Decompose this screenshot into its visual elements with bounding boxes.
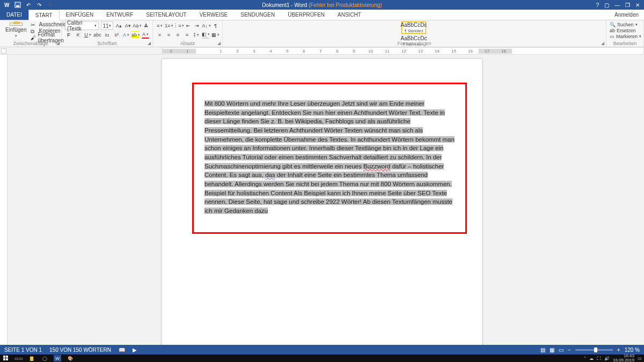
cursor-icon: ▭ xyxy=(610,34,614,39)
tab-start[interactable]: START xyxy=(28,10,60,20)
svg-text:W: W xyxy=(4,2,10,8)
numbering-icon[interactable]: 1≡ xyxy=(165,22,173,29)
qat-customize-icon[interactable] xyxy=(46,1,54,9)
document-area: Mit 800 Wörtern und mehr Ihre Leser über… xyxy=(0,55,644,345)
close-icon[interactable]: ✕ xyxy=(635,2,640,8)
maximize-icon[interactable]: ❐ xyxy=(625,2,630,8)
save-icon[interactable] xyxy=(14,1,21,9)
borders-icon[interactable]: ▦ xyxy=(211,31,219,39)
zoom-in-button[interactable]: + xyxy=(617,347,620,353)
text-effects-icon[interactable]: A xyxy=(122,31,130,39)
minimize-icon[interactable]: — xyxy=(614,2,620,8)
highlight-icon[interactable]: ab xyxy=(132,31,140,39)
ribbon-collapse-icon[interactable]: ▢ xyxy=(604,2,609,8)
read-mode-icon[interactable]: ▤ xyxy=(540,347,545,353)
font-dialog-launcher[interactable]: ◢ xyxy=(148,41,151,46)
bold-button[interactable]: F xyxy=(65,31,72,39)
align-center-icon[interactable]: ≡ xyxy=(165,31,172,39)
tab-references[interactable]: VERWEISE xyxy=(193,10,235,20)
word-icon: W xyxy=(3,1,11,9)
subscript-button[interactable]: x₂ xyxy=(104,31,111,39)
underline-button[interactable]: U xyxy=(84,31,92,39)
volume-icon[interactable]: 🔊 xyxy=(604,356,610,361)
select-button[interactable]: ▭Markieren▾ xyxy=(610,33,640,39)
replace-icon: ab xyxy=(610,28,615,33)
word-count[interactable]: 150 VON 150 WÖRTERN xyxy=(49,347,111,353)
zoom-slider[interactable] xyxy=(575,349,613,351)
multilevel-icon[interactable]: ⋮≡ xyxy=(175,22,182,29)
horizontal-ruler[interactable]: 21123456789101112131415161718 xyxy=(162,47,644,55)
activation-warning: (Fehler bei Produktaktivierung) xyxy=(309,2,382,8)
align-right-icon[interactable]: ≡ xyxy=(174,31,181,39)
vertical-ruler[interactable] xyxy=(0,55,8,345)
para-dialog-launcher[interactable]: ◢ xyxy=(217,41,221,46)
justify-icon[interactable]: ≡ xyxy=(184,31,191,39)
print-layout-icon[interactable]: ▦ xyxy=(550,347,554,353)
svg-rect-7 xyxy=(6,358,8,360)
text-box-frame[interactable]: Mit 800 Wörtern und mehr Ihre Leser über… xyxy=(192,83,467,234)
notifications-icon[interactable]: ▭ xyxy=(638,356,642,361)
tab-layout[interactable]: SEITENLAYOUT xyxy=(140,10,193,20)
page[interactable]: Mit 800 Wörtern und mehr Ihre Leser über… xyxy=(162,59,482,345)
align-left-icon[interactable]: ≡ xyxy=(156,31,163,39)
superscript-button[interactable]: x² xyxy=(113,31,120,39)
macro-icon[interactable]: ▶ xyxy=(133,347,137,353)
indent-icon[interactable]: ⇥ xyxy=(194,22,201,29)
word-taskbar-icon[interactable]: W xyxy=(54,355,61,361)
undo-icon[interactable]: ↶ xyxy=(25,1,32,9)
sign-in-link[interactable]: Anmelden xyxy=(609,10,644,20)
sort-icon[interactable]: A↓ xyxy=(202,22,210,29)
ribbon-tabs: DATEI START EINFÜGEN ENTWURF SEITENLAYOU… xyxy=(0,10,644,20)
italic-button[interactable]: K xyxy=(75,31,82,39)
start-button[interactable] xyxy=(2,355,10,361)
brush-icon: 🖌 xyxy=(31,35,36,40)
redo-icon[interactable]: ↷ xyxy=(35,1,43,9)
proofing-icon[interactable]: 📖 xyxy=(119,347,125,353)
zoom-out-button[interactable]: − xyxy=(568,347,571,353)
task-view-icon[interactable]: ▭▭ xyxy=(15,355,23,361)
tab-mailings[interactable]: SENDUNGEN xyxy=(234,10,281,20)
ruler-corner[interactable] xyxy=(1,48,6,54)
paint-icon[interactable]: 🎨 xyxy=(67,355,74,361)
font-size-combo[interactable]: 11▾ xyxy=(101,21,113,30)
tab-review[interactable]: ÜBERPRÜFEN xyxy=(281,10,331,20)
onedrive-icon[interactable]: ☁ xyxy=(589,356,594,361)
file-explorer-icon[interactable]: ▇ xyxy=(28,355,35,361)
replace-button[interactable]: abErsetzen xyxy=(610,27,640,33)
system-clock[interactable]: 16:43 18.09.2019 xyxy=(613,354,634,362)
strike-button[interactable]: abc xyxy=(94,31,101,39)
ribbon: Einfügen ▾ ✂Ausschneiden ⧉Kopieren 🖌Form… xyxy=(0,20,644,47)
style-tile-0[interactable]: AaBbCcDc¶ Standard xyxy=(401,21,426,34)
grow-font-icon[interactable]: A▴ xyxy=(115,22,122,29)
chrome-icon[interactable]: ◯ xyxy=(41,355,48,361)
show-marks-icon[interactable]: ¶ xyxy=(212,22,219,29)
clipboard-dialog-launcher[interactable]: ◢ xyxy=(56,41,60,46)
web-layout-icon[interactable]: ▭ xyxy=(559,347,564,353)
tab-view[interactable]: ANSICHT xyxy=(331,10,368,20)
copy-icon: ⧉ xyxy=(31,28,37,34)
find-button[interactable]: 🔍Suchen▾ xyxy=(610,21,640,27)
tab-design[interactable]: ENTWURF xyxy=(100,10,140,20)
styles-dialog-launcher[interactable]: ◢ xyxy=(601,41,604,46)
group-clipboard: Einfügen ▾ ✂Ausschneiden ⧉Kopieren 🖌Form… xyxy=(0,20,62,47)
outdent-icon[interactable]: ⇤ xyxy=(185,22,192,29)
bullets-icon[interactable]: ≡ xyxy=(156,22,163,29)
help-icon[interactable]: ? xyxy=(596,2,599,8)
shrink-font-icon[interactable]: A▾ xyxy=(125,22,131,29)
change-case-icon[interactable]: Aa xyxy=(134,22,141,29)
font-color-icon[interactable]: A xyxy=(142,31,149,39)
zoom-level[interactable]: 120 % xyxy=(625,347,640,353)
network-icon[interactable]: ⛶ xyxy=(597,356,601,361)
line-spacing-icon[interactable]: ‡ xyxy=(193,31,200,39)
tab-insert[interactable]: EINFÜGEN xyxy=(60,10,100,20)
page-indicator[interactable]: SEITE 1 VON 1 xyxy=(4,347,42,353)
tab-file[interactable]: DATEI xyxy=(0,10,28,20)
paste-button[interactable]: Einfügen ▾ xyxy=(3,21,28,39)
clear-format-icon[interactable]: A̶ xyxy=(143,22,149,29)
tray-expand-icon[interactable]: ˄ xyxy=(584,356,586,361)
font-name-combo[interactable]: Calibri (Textk▾ xyxy=(65,21,99,30)
shading-icon[interactable]: ◧ xyxy=(202,31,209,39)
document-text[interactable]: Mit 800 Wörtern und mehr Ihre Leser über… xyxy=(204,99,455,216)
svg-rect-4 xyxy=(3,356,5,358)
group-paragraph: ≡ 1≡ ⋮≡ ⇤ ⇥ A↓ ¶ ≡ ≡ ≡ ≡ ‡ ◧ ▦ Absatz ◢ xyxy=(153,20,223,47)
